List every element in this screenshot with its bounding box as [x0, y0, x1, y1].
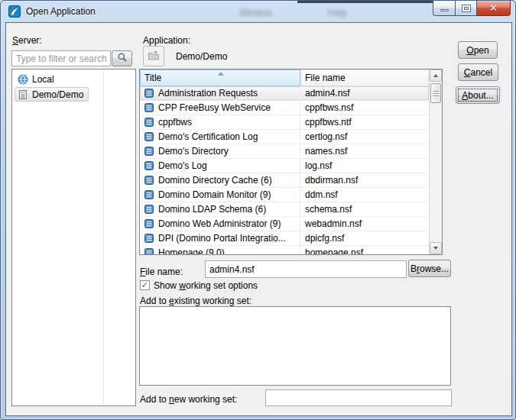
- open-application-dialog: Open Application Window Help ✕ Server: L…: [0, 0, 516, 420]
- table-row[interactable]: Domino Directory Cache (6)dbdirman.nsf: [140, 173, 429, 188]
- server-list-item[interactable]: Demo/Demo: [15, 87, 89, 102]
- scrollbar-grip: [433, 91, 439, 96]
- row-filename-cell: schema.nsf: [300, 202, 429, 217]
- server-search-button[interactable]: [112, 50, 132, 66]
- table-row[interactable]: Homepage (9.0)homepage.nsf: [140, 246, 429, 254]
- row-filename-cell: ddm.nsf: [300, 188, 429, 202]
- row-title-text: Homepage (9.0): [158, 246, 225, 254]
- row-title-cell: Domino Domain Monitor (9): [140, 188, 300, 202]
- row-title-cell: Administration Requests: [140, 86, 300, 101]
- row-title-cell: Demo's Log: [140, 159, 300, 173]
- maximize-button[interactable]: [455, 1, 477, 16]
- row-filename-cell: dbdirman.nsf: [300, 173, 429, 188]
- row-filename-cell: webadmin.nsf: [300, 217, 429, 231]
- row-title-text: Administration Requests: [158, 86, 258, 100]
- minimize-icon: [440, 9, 449, 11]
- row-title-cell: cppfbws: [140, 115, 300, 130]
- titlebar[interactable]: Open Application Window Help ✕: [1, 1, 515, 22]
- open-parent-folder-button[interactable]: [143, 46, 164, 66]
- scroll-up-button[interactable]: [430, 69, 442, 82]
- application-label: Application:: [143, 35, 190, 46]
- table-row[interactable]: DPI (Domino Portal Integratio...dpicfg.n…: [140, 231, 429, 246]
- table-row[interactable]: Domino Domain Monitor (9)ddm.nsf: [140, 188, 429, 202]
- row-filename-cell: names.nsf: [300, 144, 429, 159]
- column-header-filename[interactable]: File name: [300, 69, 429, 86]
- show-working-set-checkbox[interactable]: ✓: [140, 280, 150, 290]
- row-title-cell: Demo's Directory: [140, 144, 300, 159]
- row-title-text: Demo's Directory: [158, 144, 229, 158]
- folder-up-icon: [148, 50, 160, 63]
- server-list-divider: [103, 69, 104, 405]
- minimize-button[interactable]: [433, 1, 455, 16]
- server-list-item[interactable]: Local: [15, 72, 60, 86]
- existing-working-set-listbox[interactable]: [139, 306, 451, 386]
- application-table: Title File name Administration Requestsa…: [139, 69, 443, 255]
- database-icon: [144, 204, 154, 215]
- selected-application-name: Demo/Demo: [176, 51, 227, 62]
- database-icon: [144, 88, 154, 99]
- server-search-input[interactable]: [11, 50, 111, 66]
- about-button[interactable]: About...: [456, 86, 500, 104]
- row-title-text: Domino Web Administrator (9): [158, 217, 281, 231]
- row-filename-cell: cppfbws.nsf: [300, 101, 429, 115]
- open-button[interactable]: Open: [458, 41, 498, 59]
- row-title-cell: Homepage (9.0): [140, 246, 300, 255]
- table-row[interactable]: Demo's Loglog.nsf: [140, 159, 429, 173]
- server-icon: [18, 89, 28, 100]
- row-title-text: Domino Directory Cache (6): [158, 173, 272, 187]
- table-row[interactable]: Demo's Certification Logcertlog.nsf: [140, 130, 429, 144]
- row-title-text: cppfbws: [158, 115, 192, 129]
- window-controls: ✕: [433, 1, 511, 17]
- browse-button[interactable]: Browse...: [408, 260, 451, 277]
- file-name-label: File name:: [140, 267, 183, 277]
- row-filename-cell: cppfbws.ntf: [300, 115, 429, 130]
- row-title-text: Domino LDAP Schema (6): [158, 202, 266, 216]
- database-icon: [144, 131, 154, 142]
- row-filename-cell: certlog.nsf: [300, 130, 429, 144]
- globe-icon: [18, 74, 28, 85]
- row-title-text: Domino Domain Monitor (9): [158, 188, 271, 202]
- row-filename-cell: admin4.nsf: [300, 86, 429, 101]
- table-row[interactable]: Administration Requestsadmin4.nsf: [140, 86, 429, 101]
- table-header: Title File name: [140, 69, 429, 86]
- arrow-up-icon: [433, 74, 438, 77]
- column-header-title[interactable]: Title: [140, 69, 300, 86]
- new-working-set-input[interactable]: [265, 389, 452, 406]
- row-title-text: DPI (Domino Portal Integratio...: [158, 231, 286, 245]
- database-icon: [144, 117, 154, 128]
- table-row[interactable]: cppfbwscppfbws.ntf: [140, 115, 429, 130]
- row-title-text: CPP FreeBusy WebService: [158, 101, 271, 115]
- app-table-body: Administration Requestsadmin4.nsfCPP Fre…: [140, 86, 429, 254]
- database-icon: [144, 160, 154, 171]
- row-title-text: Demo's Log: [158, 159, 207, 173]
- close-button[interactable]: ✕: [477, 1, 511, 16]
- scroll-down-button[interactable]: [430, 242, 442, 254]
- row-title-text: Demo's Certification Log: [158, 130, 258, 144]
- file-name-input[interactable]: [205, 260, 407, 278]
- server-name: Demo/Demo: [32, 89, 83, 100]
- sort-ascending-icon: [218, 72, 224, 76]
- table-scrollbar[interactable]: [429, 69, 442, 254]
- search-icon: [117, 52, 128, 65]
- table-row[interactable]: Domino LDAP Schema (6)schema.nsf: [140, 202, 429, 217]
- row-title-cell: DPI (Domino Portal Integratio...: [140, 231, 300, 246]
- table-row[interactable]: Demo's Directorynames.nsf: [140, 144, 429, 159]
- database-icon: [144, 175, 154, 186]
- close-icon: ✕: [489, 3, 498, 13]
- row-title-cell: CPP FreeBusy WebService: [140, 101, 300, 115]
- table-row[interactable]: CPP FreeBusy WebServicecppfbws.nsf: [140, 101, 429, 115]
- checkmark-icon: ✓: [141, 280, 148, 289]
- server-list[interactable]: LocalDemo/Demo: [11, 69, 136, 406]
- cancel-button[interactable]: Cancel: [458, 63, 498, 81]
- show-working-set-label: Show working set options: [154, 280, 258, 291]
- scrollbar-thumb[interactable]: [430, 83, 441, 103]
- row-filename-cell: homepage.nsf: [300, 246, 429, 255]
- row-title-cell: Domino Directory Cache (6): [140, 173, 300, 188]
- row-filename-cell: dpicfg.nsf: [300, 231, 429, 246]
- database-icon: [144, 189, 154, 200]
- row-title-cell: Demo's Certification Log: [140, 130, 300, 144]
- table-row[interactable]: Domino Web Administrator (9)webadmin.nsf: [140, 217, 429, 231]
- ghost-menu-window: Window: [239, 8, 272, 18]
- column-header-title-label: Title: [144, 73, 161, 83]
- arrow-down-icon: [433, 247, 438, 250]
